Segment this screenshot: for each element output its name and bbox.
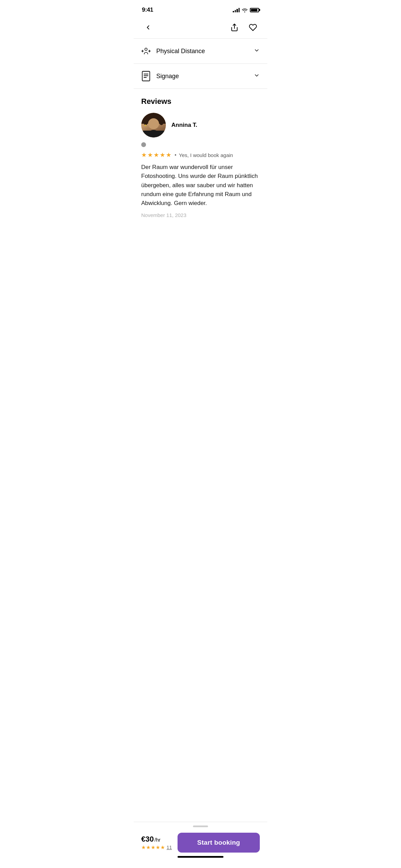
heart-icon xyxy=(249,23,257,32)
svg-point-1 xyxy=(145,48,147,50)
share-icon xyxy=(230,23,239,32)
nav-actions xyxy=(228,21,260,34)
wifi-icon xyxy=(242,8,248,12)
signage-item[interactable]: Signage xyxy=(134,64,267,88)
signage-chevron xyxy=(254,72,260,80)
status-time: 9:41 xyxy=(142,7,153,13)
physical-distance-icon xyxy=(141,46,151,56)
rating-stars: ★ ★ ★ ★ ★ xyxy=(141,151,171,159)
signage-left: Signage xyxy=(141,71,179,81)
favorite-button[interactable] xyxy=(246,21,260,34)
reviews-title: Reviews xyxy=(141,97,260,106)
review-badge: Yes, I would book again xyxy=(175,152,233,158)
review-date: November 11, 2023 xyxy=(141,212,186,218)
review-card: Annina T. ★ ★ ★ ★ ★ Yes, I would book ag… xyxy=(141,113,260,225)
signal-icon xyxy=(233,8,240,12)
status-icons xyxy=(233,8,259,12)
physical-distance-label: Physical Distance xyxy=(156,48,205,55)
reviews-section: Reviews xyxy=(134,89,267,225)
avatar xyxy=(141,113,166,137)
physical-distance-item[interactable]: Physical Distance xyxy=(134,39,267,63)
star-5: ★ xyxy=(166,151,171,159)
back-button[interactable] xyxy=(141,21,155,34)
star-2: ★ xyxy=(147,151,153,159)
scroll-dot xyxy=(141,142,146,147)
battery-icon xyxy=(250,8,259,12)
physical-distance-chevron xyxy=(254,47,260,55)
signage-label: Signage xyxy=(156,73,179,80)
svg-rect-4 xyxy=(142,71,150,81)
reviewer-name: Annina T. xyxy=(171,122,197,129)
back-icon xyxy=(145,24,151,31)
nav-bar xyxy=(134,18,267,38)
review-text: Der Raum war wundervoll für unser Fotosh… xyxy=(141,163,260,208)
status-bar: 9:41 xyxy=(134,0,267,18)
star-4: ★ xyxy=(160,151,165,159)
physical-distance-left: Physical Distance xyxy=(141,46,205,56)
share-button[interactable] xyxy=(228,21,241,34)
stars-row: ★ ★ ★ ★ ★ Yes, I would book again xyxy=(141,151,260,159)
star-1: ★ xyxy=(141,151,147,159)
signage-icon xyxy=(141,71,151,81)
reviewer-info: Annina T. xyxy=(141,113,260,137)
star-3: ★ xyxy=(154,151,159,159)
